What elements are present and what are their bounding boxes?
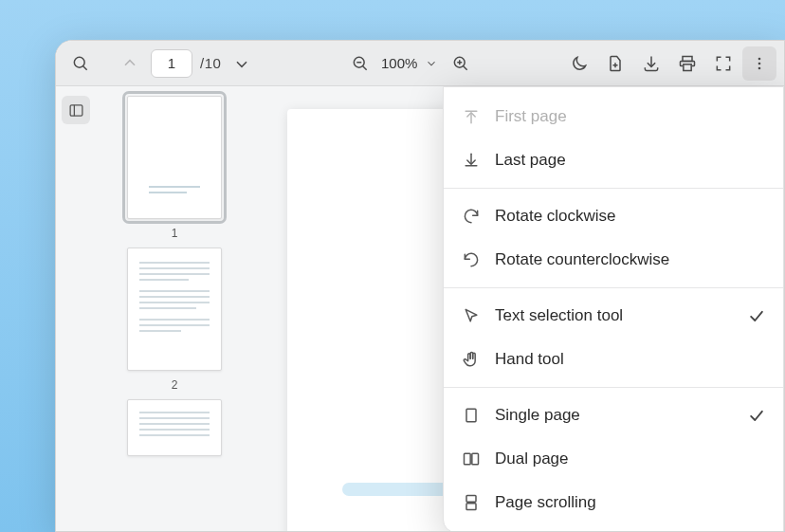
svg-line-3 <box>363 65 367 69</box>
single-page-icon <box>461 405 482 426</box>
thumbnail-page-number: 1 <box>113 227 236 240</box>
dual-page-icon <box>461 449 482 469</box>
search-button[interactable] <box>64 46 98 81</box>
prev-page-button[interactable] <box>113 46 147 81</box>
menu-last-page[interactable]: Last page <box>444 138 783 182</box>
menu-item-label: Rotate clockwise <box>495 207 766 226</box>
svg-rect-24 <box>465 453 471 465</box>
menu-item-label: Single page <box>495 406 734 425</box>
page-number-input[interactable] <box>151 49 192 78</box>
svg-rect-27 <box>466 504 476 510</box>
first-page-icon <box>461 106 482 127</box>
check-icon <box>747 406 766 425</box>
svg-point-15 <box>758 62 761 64</box>
more-menu: First page Last page Rotate clockwise Ro… <box>443 86 784 532</box>
more-menu-button[interactable] <box>742 46 776 81</box>
zoom-in-button[interactable] <box>444 46 478 81</box>
hand-icon <box>461 349 482 370</box>
thumbnail-1[interactable]: 1 <box>113 96 236 240</box>
thumbnail-2[interactable]: 2 <box>113 248 236 392</box>
menu-item-label: Last page <box>495 151 766 170</box>
fullscreen-button[interactable] <box>706 46 740 81</box>
menu-single-page[interactable]: Single page <box>444 394 783 437</box>
svg-point-0 <box>74 57 84 67</box>
menu-item-label: Hand tool <box>495 350 766 369</box>
pdf-viewer-window: /10 100% <box>55 40 785 532</box>
sidebar-toggle-button[interactable] <box>62 96 90 124</box>
print-button[interactable] <box>670 46 704 81</box>
add-page-button[interactable] <box>598 46 632 81</box>
svg-point-16 <box>758 66 761 69</box>
zoom-dropdown-button[interactable] <box>421 46 442 81</box>
check-icon <box>747 306 766 325</box>
page-total-label: /10 <box>200 55 221 71</box>
toolbar: /10 100% <box>56 41 784 86</box>
cursor-icon <box>461 305 482 326</box>
rotate-ccw-icon <box>461 249 482 270</box>
next-page-button[interactable] <box>225 46 259 81</box>
thumbnail-panel: 1 2 <box>96 86 265 531</box>
menu-dual-page[interactable]: Dual page <box>444 437 783 481</box>
menu-text-selection[interactable]: Text selection tool <box>444 294 783 338</box>
menu-item-label: Dual page <box>495 449 766 468</box>
menu-item-label: Page scrolling <box>495 493 766 512</box>
menu-rotate-cw[interactable]: Rotate clockwise <box>444 194 783 238</box>
svg-rect-25 <box>472 453 479 465</box>
svg-rect-17 <box>70 104 82 115</box>
zoom-level-label[interactable]: 100% <box>381 55 417 71</box>
thumbnail-page-number: 2 <box>113 378 236 392</box>
last-page-icon <box>461 150 482 171</box>
menu-rotate-ccw[interactable]: Rotate counterclockwise <box>444 238 783 282</box>
menu-item-label: Text selection tool <box>495 306 734 325</box>
menu-item-label: Rotate counterclockwise <box>495 250 766 269</box>
menu-first-page: First page <box>444 95 783 138</box>
svg-rect-23 <box>466 409 476 421</box>
rotate-cw-icon <box>461 206 482 227</box>
dark-mode-button[interactable] <box>562 46 596 81</box>
svg-line-1 <box>83 65 87 69</box>
menu-page-scrolling[interactable]: Page scrolling <box>444 481 783 524</box>
menu-item-label: First page <box>495 107 766 126</box>
svg-rect-26 <box>466 496 476 503</box>
page-scrolling-icon <box>461 492 482 513</box>
svg-line-6 <box>464 65 467 69</box>
zoom-out-button[interactable] <box>343 46 377 81</box>
left-rail <box>56 86 96 531</box>
download-button[interactable] <box>634 46 668 81</box>
svg-rect-13 <box>684 64 691 70</box>
thumbnail-3[interactable] <box>113 399 236 456</box>
svg-point-14 <box>758 57 761 60</box>
menu-hand-tool[interactable]: Hand tool <box>444 338 783 381</box>
